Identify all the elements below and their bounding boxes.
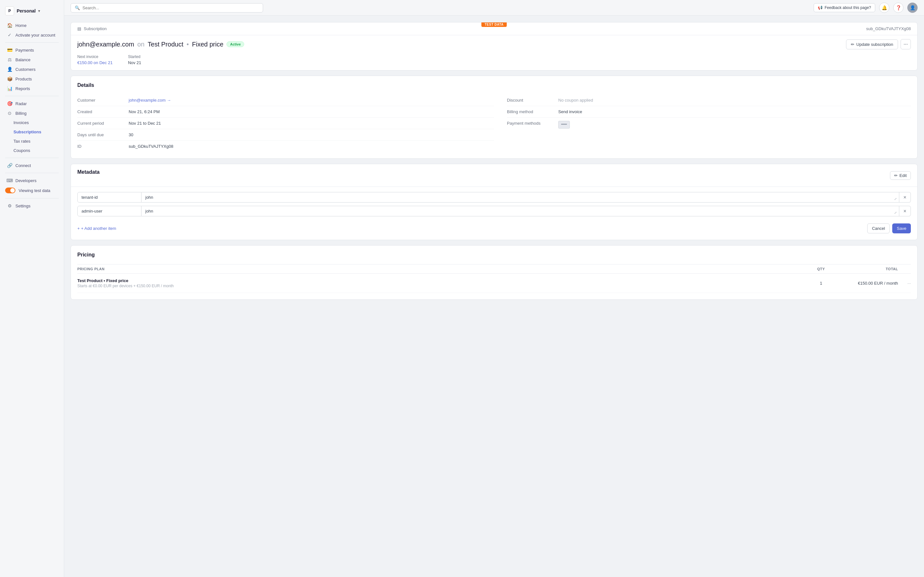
- metadata-body: ⤢ × ⤢ × + + Add another item: [71, 187, 917, 240]
- customer-email: john@example.com: [129, 98, 166, 103]
- days-until-due-label: Days until due: [78, 132, 129, 137]
- detail-row-customer: Customer john@example.com →: [78, 95, 494, 106]
- detail-row-discount: Discount No coupon applied: [507, 95, 911, 106]
- sidebar-item-label: Activate your account: [15, 33, 55, 37]
- pricing-title: Pricing: [78, 252, 911, 258]
- more-options-button[interactable]: ···: [901, 39, 911, 49]
- sidebar-item-settings[interactable]: ⚙ Settings: [2, 201, 62, 211]
- save-button[interactable]: Save: [892, 223, 911, 234]
- cancel-button[interactable]: Cancel: [867, 223, 890, 234]
- payment-methods-label: Payment methods: [507, 121, 558, 129]
- pricing-qty: 1: [808, 281, 834, 285]
- customer-email-title: john@example.com: [78, 41, 134, 48]
- metadata-key-1[interactable]: [78, 206, 142, 216]
- add-item-label: + Add another item: [81, 226, 116, 231]
- products-icon: 📦: [7, 76, 12, 81]
- app-name: Personal: [17, 8, 36, 13]
- add-another-item-button[interactable]: + + Add another item: [78, 226, 116, 231]
- details-right-col: Discount No coupon applied Billing metho…: [494, 95, 911, 152]
- pricing-product-desc: Starts at €0.00 EUR per devices + €150.0…: [78, 284, 808, 288]
- header-actions: 📢 Feedback about this page? 🔔 ❓ 👤: [814, 3, 918, 13]
- subscription-id: sub_GDkuTVAJTYXg08: [866, 26, 911, 31]
- metadata-key-0[interactable]: [78, 192, 142, 203]
- sidebar-item-label: Reports: [15, 86, 30, 91]
- sidebar-item-connect[interactable]: 🔗 Connect: [2, 161, 62, 170]
- test-mode-toggle[interactable]: [5, 187, 15, 193]
- sidebar-item-developers[interactable]: ⌨ Developers: [2, 176, 62, 185]
- subscription-meta: Next invoice €150.00 on Dec 21 Started N…: [71, 55, 917, 70]
- subscription-icon: ▤: [78, 26, 81, 31]
- notifications-button[interactable]: 🔔: [879, 3, 889, 13]
- help-button[interactable]: ❓: [893, 3, 903, 13]
- sidebar-item-coupons[interactable]: Coupons: [2, 146, 62, 155]
- detail-row-payment: Payment methods: [507, 118, 911, 132]
- started-label: Started: [128, 55, 141, 59]
- sidebar-item-subscriptions[interactable]: Subscriptions: [2, 127, 62, 137]
- discount-label: Discount: [507, 98, 558, 103]
- next-invoice-value[interactable]: €150.00 on Dec 21: [78, 60, 113, 65]
- app-logo[interactable]: P Personal ▾: [0, 4, 64, 21]
- details-card: Details Customer john@example.com → Crea…: [71, 76, 918, 159]
- divider: [5, 173, 59, 173]
- metadata-actions: + + Add another item Cancel Save: [78, 219, 911, 235]
- balance-icon: ⚖: [7, 57, 12, 62]
- created-value: Nov 21, 6:24 PM: [129, 109, 160, 114]
- metadata-save-actions: Cancel Save: [867, 223, 911, 234]
- sidebar-item-home[interactable]: 🏠 Home: [2, 21, 62, 30]
- resize-icon: ⤢: [894, 197, 897, 201]
- search-input[interactable]: [82, 5, 259, 10]
- detail-row-id: ID sub_GDkuTVAJTYXg08: [78, 141, 494, 152]
- sidebar-item-radar[interactable]: 🎯 Radar: [2, 99, 62, 108]
- user-avatar[interactable]: 👤: [907, 3, 918, 13]
- sidebar-item-label: Billing: [15, 111, 27, 116]
- metadata-value-wrap-0: ⤢: [142, 192, 899, 203]
- pricing-section: Pricing PRICING PLAN QTY TOTAL Test Prod…: [71, 245, 917, 300]
- pricing-product-info: Test Product • Fixed price Starts at €0.…: [78, 278, 808, 288]
- sidebar: P Personal ▾ 🏠 Home ✓ Activate your acco…: [0, 0, 64, 577]
- update-subscription-button[interactable]: ✏ Update subscription: [846, 39, 898, 49]
- sidebar-item-products[interactable]: 📦 Products: [2, 74, 62, 84]
- metadata-delete-1[interactable]: ×: [899, 206, 911, 216]
- divider: [5, 96, 59, 96]
- sidebar-item-invoices[interactable]: Invoices: [2, 118, 62, 127]
- col-qty-header: QTY: [808, 267, 834, 271]
- subscription-text: Subscription: [84, 26, 107, 31]
- id-label: ID: [78, 144, 129, 149]
- avatar-icon: 👤: [910, 5, 915, 10]
- sidebar-item-customers[interactable]: 👤 Customers: [2, 64, 62, 74]
- sidebar-item-reports[interactable]: 📊 Reports: [2, 84, 62, 93]
- edit-label: Edit: [900, 173, 907, 178]
- detail-row-created: Created Nov 21, 6:24 PM: [78, 106, 494, 118]
- edit-metadata-button[interactable]: ✏ Edit: [890, 171, 911, 180]
- metadata-row-1: ⤢ ×: [78, 206, 911, 216]
- sidebar-item-label: Settings: [15, 203, 31, 208]
- feedback-button[interactable]: 📢 Feedback about this page?: [814, 3, 875, 12]
- subscription-title-row: john@example.com on Test Product • Fixed…: [71, 35, 917, 55]
- sidebar-item-balance[interactable]: ⚖ Balance: [2, 55, 62, 64]
- billing-icon: ⊙: [7, 111, 12, 116]
- pricing-row-more-button[interactable]: ···: [898, 281, 911, 285]
- metadata-delete-0[interactable]: ×: [899, 192, 911, 203]
- started-meta: Started Nov 21: [128, 55, 141, 65]
- metadata-title: Metadata: [78, 169, 99, 175]
- customer-value[interactable]: john@example.com →: [129, 98, 171, 103]
- connect-icon: 🔗: [7, 163, 12, 168]
- col-plan-header: PRICING PLAN: [78, 267, 808, 271]
- metadata-value-1[interactable]: [142, 206, 899, 216]
- divider: [5, 158, 59, 158]
- sidebar-item-label: Subscriptions: [13, 129, 41, 134]
- sidebar-item-payments[interactable]: 💳 Payments: [2, 45, 62, 55]
- id-value: sub_GDkuTVAJTYXg08: [129, 144, 173, 149]
- sidebar-item-activate[interactable]: ✓ Activate your account: [2, 30, 62, 40]
- sidebar-item-tax-rates[interactable]: Tax rates: [2, 137, 62, 146]
- detail-row-billing: Billing method Send invoice: [507, 106, 911, 118]
- details-section: Details Customer john@example.com → Crea…: [71, 76, 917, 158]
- edit-icon: ✏: [851, 42, 855, 47]
- search-bar[interactable]: 🔍: [71, 3, 263, 13]
- chevron-down-icon: ▾: [38, 9, 40, 13]
- sidebar-item-label: Radar: [15, 101, 27, 106]
- separator: •: [186, 41, 189, 48]
- sidebar-item-billing[interactable]: ⊙ Billing: [2, 108, 62, 118]
- metadata-value-0[interactable]: [142, 192, 899, 203]
- col-total-header: TOTAL: [834, 267, 898, 271]
